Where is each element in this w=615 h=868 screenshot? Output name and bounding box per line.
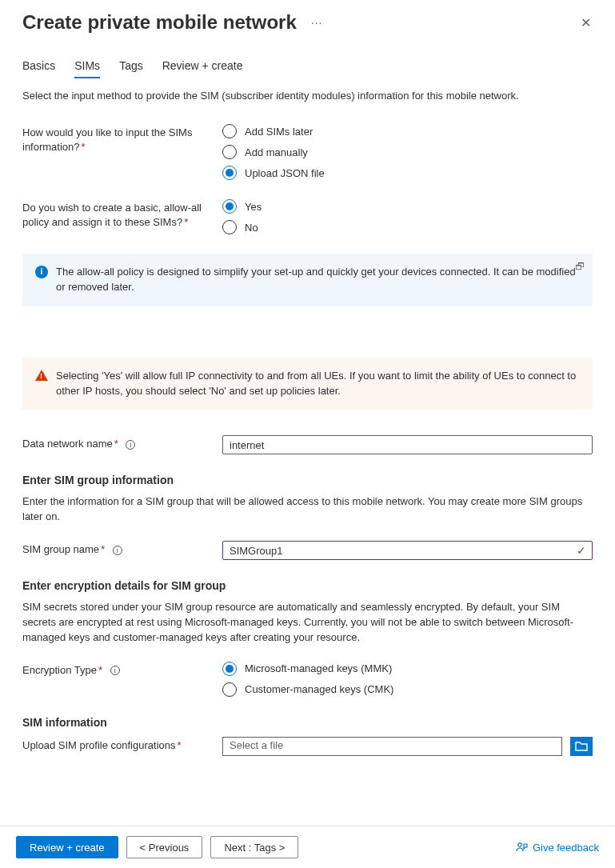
radio-add-manually[interactable]: Add manually [222, 145, 593, 159]
svg-point-0 [518, 843, 521, 846]
encryption-heading: Enter encryption details for SIM group [22, 579, 593, 592]
warning-icon [35, 370, 48, 381]
radio-allow-all-yes[interactable]: Yes [222, 199, 593, 214]
folder-icon [575, 741, 588, 752]
sim-info-heading: SIM information [22, 716, 593, 729]
tab-sims[interactable]: SIMs [74, 59, 100, 78]
give-feedback-link[interactable]: Give feedback [515, 841, 599, 854]
tab-review-create[interactable]: Review + create [162, 59, 243, 78]
sim-group-name-label: SIM group name* i [22, 541, 222, 557]
encryption-desc: SIM secrets stored under your SIM group … [22, 600, 593, 646]
next-button[interactable]: Next : Tags > [210, 836, 298, 858]
sim-group-desc: Enter the information for a SIM group th… [22, 494, 593, 525]
browse-file-button[interactable] [570, 737, 593, 756]
sim-group-name-input[interactable] [222, 541, 593, 560]
radio-mmk[interactable]: Microsoft-managed keys (MMK) [222, 662, 593, 676]
review-create-button[interactable]: Review + create [16, 836, 118, 858]
encryption-radio-group: Microsoft-managed keys (MMK) Customer-ma… [222, 662, 593, 697]
info-tooltip-icon[interactable]: i [126, 440, 135, 450]
more-icon[interactable]: ··· [311, 16, 323, 29]
upload-sim-label: Upload SIM profile configurations* [22, 737, 222, 753]
data-network-label: Data network name* i [22, 435, 222, 451]
warning-banner-text: Selecting 'Yes' will allow full IP conne… [56, 369, 580, 399]
encryption-type-label: Encryption Type* i [22, 662, 222, 678]
previous-button[interactable]: < Previous [126, 836, 203, 858]
radio-allow-all-no[interactable]: No [222, 220, 593, 234]
file-select-input[interactable]: Select a file [222, 737, 562, 756]
feedback-icon [515, 841, 528, 854]
info-tooltip-icon[interactable]: i [110, 666, 120, 675]
data-network-input[interactable] [222, 435, 593, 454]
close-icon[interactable]: ✕ [574, 12, 597, 34]
tabs: Basics SIMs Tags Review + create [0, 40, 615, 78]
radio-cmk[interactable]: Customer-managed keys (CMK) [222, 682, 593, 697]
radio-add-sims-later[interactable]: Add SIMs later [222, 124, 593, 138]
radio-upload-json[interactable]: Upload JSON file [222, 166, 593, 180]
info-icon: i [35, 266, 48, 278]
warning-banner: Selecting 'Yes' will allow full IP conne… [22, 358, 593, 410]
info-tooltip-icon[interactable]: i [113, 546, 122, 555]
allow-all-radio-group: Yes No [222, 199, 593, 234]
tab-tags[interactable]: Tags [119, 59, 143, 78]
input-method-label: How would you like to input the SIMs inf… [22, 124, 222, 154]
tab-basics[interactable]: Basics [22, 59, 55, 78]
input-method-radio-group: Add SIMs later Add manually Upload JSON … [222, 124, 593, 180]
intro-text: Select the input method to provide the S… [22, 90, 593, 102]
external-link-icon[interactable]: 🗗 [575, 260, 585, 274]
info-banner-text: The allow-all policy is designed to simp… [56, 265, 580, 295]
page-title: Create private mobile network [22, 11, 297, 34]
info-banner: i The allow-all policy is designed to si… [22, 254, 593, 306]
allow-all-label: Do you wish to create a basic, allow-all… [22, 199, 222, 230]
sim-group-heading: Enter SIM group information [22, 474, 593, 486]
